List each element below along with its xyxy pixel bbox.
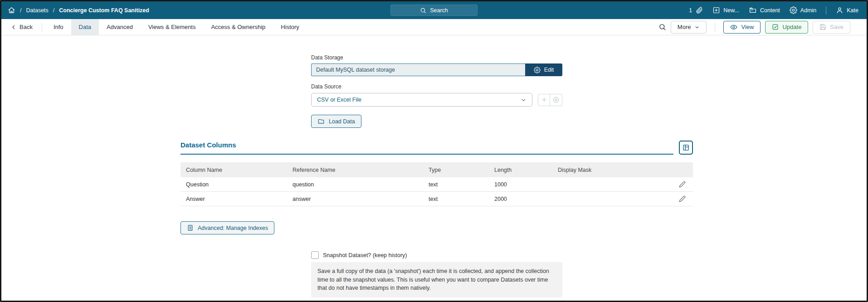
page-tabs: Info Data Advanced Views & Elements Acce…: [46, 19, 307, 35]
data-storage-input[interactable]: Default MySQL dataset storage: [311, 63, 525, 76]
header-type: Type: [423, 167, 489, 173]
user-label: Kate: [847, 7, 858, 14]
paperclip-icon: [695, 6, 703, 14]
cell-reference-name: answer: [287, 196, 423, 202]
folder-icon: [317, 118, 325, 125]
save-icon: [819, 24, 826, 30]
user-icon: [836, 6, 844, 14]
update-button[interactable]: Update: [765, 21, 808, 34]
toolbar-divider: [42, 23, 42, 32]
table-row: Question question text 1000: [180, 177, 693, 192]
topbar-actions: 1 New... Content A: [689, 6, 858, 15]
snapshot-help-text: Save a full copy of the data (a 'snapsho…: [311, 262, 562, 297]
breadcrumb-current-page: Concierge Custom FAQ Sanitized: [59, 7, 149, 14]
global-search-button[interactable]: Search: [390, 5, 478, 16]
search-label: Search: [430, 7, 448, 14]
app-window: / Datasets / Concierge Custom FAQ Saniti…: [0, 0, 868, 302]
cell-length: 2000: [489, 196, 552, 202]
page-toolbar: Back Info Data Advanced Views & Elements…: [1, 19, 867, 35]
folder-icon: [749, 6, 757, 14]
plus-square-icon: [712, 6, 720, 14]
update-label: Update: [782, 24, 801, 30]
data-source-mini-actions: [538, 94, 562, 106]
manage-indexes-button[interactable]: Advanced: Manage Indexes: [180, 221, 274, 234]
search-icon[interactable]: [658, 23, 666, 31]
cell-length: 1000: [489, 181, 552, 188]
tab-views-elements[interactable]: Views & Elements: [141, 19, 204, 35]
user-menu-button[interactable]: Kate: [836, 6, 858, 14]
table-row: Answer answer text 2000: [180, 192, 693, 206]
chevron-left-icon: [10, 24, 17, 30]
cell-type: text: [423, 181, 489, 188]
breadcrumb-datasets-link[interactable]: Datasets: [26, 7, 48, 14]
breadcrumb-separator: /: [20, 7, 21, 14]
dataset-columns-table: Column Name Reference Name Type Length D…: [180, 162, 693, 206]
content-label: Content: [760, 7, 780, 14]
home-icon[interactable]: [8, 6, 15, 14]
dataset-columns-title: Dataset Columns: [180, 141, 673, 155]
header-length: Length: [489, 167, 552, 173]
more-label: More: [678, 24, 691, 30]
attachments-button[interactable]: 1: [689, 6, 703, 14]
header-display-mask: Display Mask: [552, 167, 661, 173]
breadcrumb-separator: /: [53, 7, 54, 14]
tab-access-ownership[interactable]: Access & Ownership: [203, 19, 273, 35]
data-source-select[interactable]: CSV or Excel File: [311, 93, 532, 107]
tab-history[interactable]: History: [273, 19, 307, 35]
save-button[interactable]: Save: [813, 21, 850, 34]
table-view-button[interactable]: [679, 141, 693, 155]
table-grid-icon: [682, 144, 690, 151]
search-icon: [420, 7, 426, 14]
admin-label: Admin: [800, 7, 816, 14]
edit-row-button[interactable]: [661, 195, 693, 202]
breadcrumb: / Datasets / Concierge Custom FAQ Saniti…: [8, 6, 149, 14]
tab-advanced[interactable]: Advanced: [99, 19, 141, 35]
gear-icon: [790, 6, 797, 14]
cell-reference-name: question: [287, 181, 423, 188]
view-button[interactable]: View: [723, 21, 761, 34]
edit-row-button[interactable]: [661, 181, 693, 188]
data-source-label: Data Source: [311, 83, 341, 90]
snapshot-checkbox[interactable]: [311, 251, 319, 259]
snapshot-checkbox-label: Snapshot Dataset? (keep history): [323, 252, 407, 258]
new-label: New...: [723, 7, 739, 14]
data-source-settings-button[interactable]: [550, 94, 562, 106]
data-source-row: CSV or Excel File: [311, 93, 562, 107]
main-content: Data Storage Default MySQL dataset stora…: [1, 35, 867, 301]
top-navigation-bar: / Datasets / Concierge Custom FAQ Saniti…: [1, 1, 867, 19]
save-label: Save: [830, 24, 844, 30]
topbar-divider: [826, 6, 826, 15]
header-reference-name: Reference Name: [287, 167, 423, 173]
cell-column-name: Question: [180, 181, 287, 188]
pencil-icon: [679, 195, 686, 202]
edit-label: Edit: [544, 67, 554, 73]
check-square-icon: [772, 24, 779, 30]
tab-data[interactable]: Data: [71, 19, 99, 35]
cell-column-name: Answer: [180, 196, 287, 202]
data-storage-label: Data Storage: [311, 54, 343, 61]
data-source-selected-option: CSV or Excel File: [317, 97, 361, 103]
content-button[interactable]: Content: [749, 6, 780, 14]
attachment-count: 1: [689, 7, 692, 14]
back-label: Back: [20, 24, 33, 30]
back-button[interactable]: Back: [10, 19, 38, 35]
tab-info[interactable]: Info: [46, 19, 71, 35]
gear-icon: [534, 67, 541, 73]
load-data-button[interactable]: Load Data: [311, 115, 361, 128]
header-column-name: Column Name: [180, 167, 287, 173]
chevron-down-icon: [521, 97, 527, 103]
dataset-columns-header: Dataset Columns: [180, 141, 693, 155]
new-button[interactable]: New...: [712, 6, 739, 14]
eye-icon: [730, 24, 737, 31]
edit-storage-button[interactable]: Edit: [525, 63, 562, 76]
view-label: View: [741, 24, 754, 30]
data-storage-row: Default MySQL dataset storage Edit: [311, 63, 562, 76]
manage-indexes-label: Advanced: Manage Indexes: [198, 225, 268, 231]
admin-button[interactable]: Admin: [790, 6, 816, 14]
toolbar-actions: More View Update: [658, 19, 850, 35]
table-header-row: Column Name Reference Name Type Length D…: [180, 162, 693, 177]
add-data-source-button[interactable]: [538, 94, 550, 106]
more-button[interactable]: More: [671, 21, 707, 34]
snapshot-checkbox-row: Snapshot Dataset? (keep history): [311, 251, 407, 259]
cell-type: text: [423, 196, 489, 202]
